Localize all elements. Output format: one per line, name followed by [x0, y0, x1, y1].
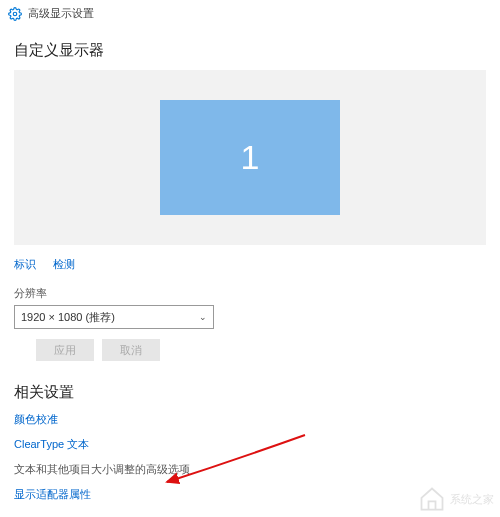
- customize-displays-heading: 自定义显示器: [14, 41, 486, 60]
- gear-icon: [8, 7, 22, 21]
- related-settings-heading: 相关设置: [14, 383, 486, 402]
- cancel-button: 取消: [102, 339, 160, 361]
- resolution-value: 1920 × 1080 (推荐): [21, 310, 115, 325]
- apply-button: 应用: [36, 339, 94, 361]
- watermark-text: 系统之家: [450, 492, 494, 507]
- detect-link[interactable]: 检测: [53, 258, 75, 270]
- monitor-number: 1: [241, 138, 260, 177]
- display-adapter-properties-link[interactable]: 显示适配器属性: [14, 487, 486, 502]
- monitor-1[interactable]: 1: [160, 100, 340, 215]
- resolution-select[interactable]: 1920 × 1080 (推荐) ⌄: [14, 305, 214, 329]
- svg-point-0: [13, 12, 17, 16]
- advanced-sizing-text: 文本和其他项目大小调整的高级选项: [14, 462, 486, 477]
- preview-links: 标识 检测: [14, 257, 486, 272]
- apply-cancel-row: 应用 取消: [14, 339, 486, 361]
- window-titlebar: 高级显示设置: [0, 0, 500, 27]
- display-preview-area: 1: [14, 70, 486, 245]
- house-icon: [418, 485, 446, 513]
- content-area: 自定义显示器 1 标识 检测 分辨率 1920 × 1080 (推荐) ⌄ 应用…: [0, 27, 500, 502]
- window-title: 高级显示设置: [28, 6, 94, 21]
- color-calibration-link[interactable]: 颜色校准: [14, 412, 486, 427]
- cleartype-link[interactable]: ClearType 文本: [14, 437, 486, 452]
- identify-link[interactable]: 标识: [14, 258, 36, 270]
- watermark: 系统之家: [418, 485, 494, 513]
- chevron-down-icon: ⌄: [199, 312, 207, 322]
- resolution-label: 分辨率: [14, 286, 486, 301]
